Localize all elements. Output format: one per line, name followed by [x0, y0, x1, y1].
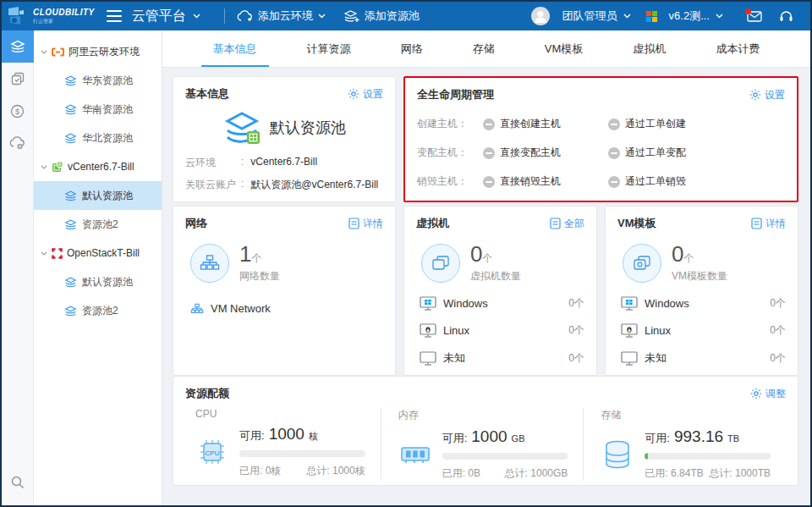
tree-env-label: OpenStackT-Bill: [67, 247, 140, 259]
chevron-down-icon: [318, 14, 326, 19]
network-item-name: VM Network: [211, 302, 271, 315]
pool-layers-icon: [64, 306, 77, 317]
vm-all-link[interactable]: 全部: [550, 217, 584, 231]
vm-os-row: 未知 0个: [420, 350, 584, 366]
vm-count: 0: [470, 241, 482, 267]
pool-layers-icon: [64, 219, 77, 230]
tab-cost[interactable]: 成本计费: [710, 30, 765, 67]
left-icon-rail: $: [2, 30, 34, 505]
product-title: 云管平台: [132, 8, 186, 25]
tree-pool-item[interactable]: 默认资源池: [34, 267, 162, 296]
lifecycle-settings-link[interactable]: 设置: [749, 88, 785, 102]
linux-monitor-icon: [420, 323, 436, 338]
memory-total: 1000GB: [530, 467, 568, 479]
basic-info-card: 基本信息: [173, 76, 396, 202]
cpu-usage-bar: [239, 450, 365, 457]
messages-button[interactable]: [747, 11, 762, 22]
tree-pool-label: 华南资源池: [82, 102, 133, 117]
pool-banner: 默认资源池: [185, 110, 383, 146]
os-label: Linux: [645, 324, 671, 337]
disabled-icon: [483, 176, 495, 188]
network-caption: 网络数量: [239, 269, 280, 284]
quota-card: 资源配额 调整: [173, 376, 798, 486]
vm-circle-icon: [421, 244, 460, 283]
add-resource-pool-button[interactable]: 添加资源池: [344, 8, 420, 24]
vm-card: 虚拟机 全部: [403, 206, 597, 376]
vm-template-details-link[interactable]: 详情: [751, 217, 786, 231]
tree-pool-label: 资源池2: [82, 304, 118, 318]
cpu-available: 1000: [269, 425, 304, 444]
os-label: 未知: [645, 350, 667, 366]
network-title: 网络: [185, 216, 207, 231]
network-circle-icon: [190, 244, 229, 283]
basic-info-settings-link[interactable]: 设置: [348, 87, 383, 102]
user-role-label: 团队管理员: [562, 8, 617, 24]
tab-network[interactable]: 网络: [396, 30, 428, 67]
vm-template-circle-icon: [623, 244, 661, 283]
user-menu[interactable]: 团队管理员: [531, 7, 631, 25]
brand-subtitle: 行云管家: [33, 19, 95, 24]
memory-used: 0B: [468, 467, 480, 479]
layers-plus-icon: [344, 10, 359, 23]
tree-pool-item-selected[interactable]: 默认资源池: [34, 181, 162, 210]
network-card: 网络 详情: [173, 206, 396, 376]
tree-pool-item[interactable]: 资源池2: [34, 296, 162, 325]
tree-pool-item[interactable]: 华北资源池: [34, 124, 162, 152]
copies-icon: [11, 72, 25, 85]
network-list-item[interactable]: VM Network: [190, 302, 383, 315]
info-row: 云环境 : vCenter6.7-Bill: [185, 156, 383, 170]
tree-env-openstack[interactable]: OpenStackT-Bill: [34, 239, 162, 267]
tree-env-vcenter[interactable]: vCenter6.7-Bill: [34, 152, 162, 181]
tree-pool-item[interactable]: 资源池2: [34, 210, 162, 239]
vm-os-row: Linux 0个: [420, 323, 584, 338]
tree-pool-item[interactable]: 华东资源池: [34, 66, 162, 95]
lifecycle-option[interactable]: 直接创建主机: [483, 117, 608, 131]
vm-template-caption: VM模板数量: [672, 269, 727, 284]
tab-vm-template[interactable]: VM模板: [540, 30, 589, 67]
hamburger-menu-icon[interactable]: [107, 10, 122, 22]
content-area: 基本信息: [162, 68, 810, 505]
vm-template-card: VM模板 详情: [605, 206, 798, 376]
quota-adjust-link[interactable]: 调整: [750, 387, 786, 401]
rail-item-cloud-settings[interactable]: [2, 127, 34, 159]
lifecycle-title: 全生命周期管理: [417, 87, 494, 102]
tree-pool-label: 默认资源池: [82, 275, 133, 289]
tab-bar: 基本信息 计算资源 网络 存储 VM模板 虚拟机 成本计费: [162, 30, 810, 68]
vm-template-os-row: Linux 0个: [621, 323, 786, 338]
version-switcher[interactable]: v6.2测...: [646, 8, 723, 24]
pool-name: 默认资源池: [270, 118, 346, 138]
gear-icon: [750, 388, 762, 400]
lifecycle-option[interactable]: 通过工单变配: [608, 146, 733, 160]
header-divider: [224, 8, 225, 24]
tab-basic-info[interactable]: 基本信息: [208, 30, 262, 67]
vm-os-row: Windows 0个: [420, 296, 584, 311]
os-count: 0个: [568, 323, 584, 338]
storage-usage-bar: [645, 453, 771, 460]
vm-caption: 虚拟机数量: [470, 269, 521, 284]
rail-item-resource-pools[interactable]: [2, 30, 34, 63]
rail-item-images[interactable]: [2, 63, 34, 95]
tab-compute[interactable]: 计算资源: [302, 30, 356, 67]
layers-icon: [10, 40, 25, 53]
chevron-expanded-icon: [41, 251, 47, 256]
lifecycle-option[interactable]: 直接销毁主机: [483, 174, 608, 189]
tab-storage[interactable]: 存储: [468, 30, 500, 67]
tab-vm[interactable]: 虚拟机: [628, 30, 671, 67]
vmware-icon: [52, 161, 63, 173]
support-button[interactable]: [779, 9, 793, 23]
tree-env-aliyun[interactable]: 阿里云研发环境: [34, 37, 162, 66]
rail-item-billing[interactable]: $: [2, 95, 34, 127]
add-cloud-env-button[interactable]: 添加云环境: [237, 8, 326, 24]
network-details-link[interactable]: 详情: [348, 217, 383, 231]
top-header: CLOUDBILITY 行云管家 云管平台 添加云环境 添加资: [2, 2, 810, 30]
lifecycle-option[interactable]: 通过工单创建: [608, 117, 733, 131]
lifecycle-option[interactable]: 通过工单销毁: [608, 174, 733, 189]
lifecycle-option[interactable]: 直接变配主机: [483, 146, 608, 160]
svg-text:CPU: CPU: [206, 449, 220, 456]
rail-search-button[interactable]: [2, 466, 34, 499]
cloudbility-logo[interactable]: CLOUDBILITY 行云管家: [7, 6, 95, 26]
os-label: 未知: [443, 350, 465, 366]
tree-pool-item[interactable]: 华南资源池: [34, 95, 162, 124]
product-switcher[interactable]: 云管平台: [132, 8, 200, 25]
os-count: 0个: [568, 296, 584, 311]
